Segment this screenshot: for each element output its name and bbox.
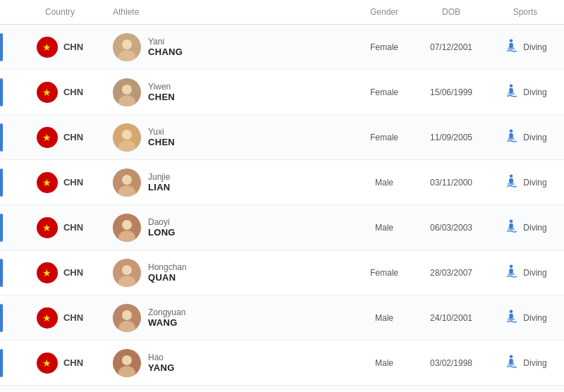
- row-indicator: [0, 349, 3, 377]
- country-cell: ★ CHN: [7, 127, 113, 148]
- country-cell: ★ CHN: [7, 217, 113, 238]
- flag-icon: ★: [37, 127, 58, 148]
- row-indicator: [0, 169, 3, 197]
- table-row: ★ CHN Yani CHANG Female 07/12/2001: [0, 25, 564, 70]
- athlete-first-name: Zongyuan: [148, 307, 185, 317]
- flag-icon: ★: [37, 172, 58, 193]
- athlete-name-block: Yani CHANG: [148, 37, 183, 57]
- athlete-first-name: Daoyi: [148, 217, 176, 227]
- avatar: [113, 304, 141, 332]
- gender-cell: Male: [352, 223, 416, 233]
- country-cell: ★ CHN: [7, 307, 113, 329]
- dob-cell: 11/09/2005: [416, 133, 486, 142]
- svg-point-5: [122, 85, 132, 94]
- header-dob: DOB: [416, 7, 486, 17]
- svg-point-15: [510, 174, 513, 178]
- athlete-cell: Hongchan QUAN: [113, 259, 261, 287]
- athlete-first-name: Yuxi: [148, 127, 175, 137]
- athlete-cell: Yuxi CHEN: [113, 123, 261, 152]
- gender-cell: Male: [352, 358, 416, 368]
- athlete-last-name: CHEN: [148, 92, 175, 102]
- table-row: ★ CHN Zongyuan WANG Male 24/10/2001: [0, 295, 564, 341]
- country-cell: ★ CHN: [7, 37, 113, 58]
- gender-cell: Female: [352, 42, 416, 52]
- svg-point-3: [510, 39, 513, 42]
- athlete-name-block: Hao YANG: [148, 353, 175, 373]
- athlete-first-name: Junjie: [148, 172, 171, 182]
- athlete-name-block: Hongchan QUAN: [148, 262, 187, 283]
- header-country: Country: [7, 7, 113, 17]
- athlete-last-name: QUAN: [148, 272, 187, 283]
- dob-cell: 24/10/2001: [416, 313, 486, 323]
- table-row: ★ CHN Jian YANG Male 10/06/1994: [0, 386, 564, 392]
- row-indicator: [0, 33, 3, 61]
- dob-cell: 15/06/1999: [416, 87, 486, 97]
- dob-cell: 28/03/2007: [416, 268, 486, 278]
- avatar: [113, 214, 141, 242]
- country-cell: ★ CHN: [7, 172, 113, 193]
- table-row: ★ CHN Daoyi LONG Male 06/03/2003: [0, 205, 564, 250]
- sports-cell: Diving: [486, 219, 564, 236]
- athlete-first-name: Hongchan: [148, 262, 187, 272]
- svg-point-17: [122, 220, 132, 230]
- flag-icon: ★: [37, 217, 58, 238]
- row-indicator: [0, 259, 3, 287]
- svg-point-9: [122, 130, 132, 140]
- diving-icon: [503, 264, 519, 281]
- country-code: CHN: [63, 222, 83, 233]
- dob-cell: 03/11/2000: [416, 178, 486, 188]
- athlete-first-name: Yani: [148, 37, 183, 47]
- diving-icon: [503, 38, 519, 56]
- flag-icon: ★: [37, 37, 58, 58]
- gender-cell: Male: [352, 178, 416, 188]
- athlete-name-block: Junjie LIAN: [148, 172, 171, 192]
- sport-label: Diving: [523, 133, 546, 142]
- country-code: CHN: [63, 132, 83, 142]
- athlete-cell: Yani CHANG: [113, 33, 261, 61]
- athlete-last-name: LIAN: [148, 182, 171, 192]
- country-code: CHN: [63, 42, 83, 52]
- country-code: CHN: [63, 267, 83, 278]
- country-code: CHN: [63, 177, 83, 188]
- country-code: CHN: [63, 312, 83, 323]
- athlete-cell: Yiwen CHEN: [113, 78, 261, 106]
- athlete-last-name: YANG: [148, 362, 175, 373]
- svg-point-25: [122, 310, 132, 320]
- country-code: CHN: [63, 87, 83, 97]
- sports-cell: Diving: [486, 83, 564, 101]
- avatar: [113, 123, 141, 152]
- svg-point-29: [122, 355, 132, 365]
- athlete-name-block: Yuxi CHEN: [148, 127, 175, 147]
- table-row: ★ CHN Hongchan QUAN Female 28/03/2007: [0, 250, 564, 295]
- sports-cell: Diving: [486, 264, 564, 281]
- sport-label: Diving: [523, 358, 546, 368]
- athlete-cell: Junjie LIAN: [113, 169, 261, 197]
- svg-point-11: [510, 129, 513, 133]
- svg-point-21: [122, 265, 132, 275]
- country-cell: ★ CHN: [7, 82, 113, 103]
- table-body: ★ CHN Yani CHANG Female 07/12/2001: [0, 25, 564, 392]
- dob-cell: 06/03/2003: [416, 223, 486, 233]
- sports-cell: Diving: [486, 128, 564, 146]
- gender-cell: Male: [352, 313, 416, 323]
- avatar: [113, 33, 141, 61]
- row-indicator: [0, 304, 3, 332]
- diving-icon: [503, 83, 519, 101]
- row-indicator: [0, 78, 3, 106]
- diving-icon: [503, 219, 519, 236]
- dob-cell: 03/02/1998: [416, 358, 486, 368]
- sports-cell: Diving: [486, 38, 564, 56]
- athlete-cell: Hao YANG: [113, 349, 261, 377]
- dob-cell: 07/12/2001: [416, 42, 486, 52]
- header-athlete: Athlete: [113, 7, 261, 17]
- athlete-name-block: Zongyuan WANG: [148, 307, 185, 328]
- athletes-table: Country Athlete Gender DOB Sports ★ CHN: [0, 0, 564, 392]
- gender-cell: Female: [352, 133, 416, 142]
- athlete-last-name: CHEN: [148, 137, 175, 147]
- avatar: [113, 78, 141, 106]
- diving-icon: [503, 309, 519, 326]
- athlete-first-name: Yiwen: [148, 82, 175, 92]
- svg-point-23: [510, 264, 513, 268]
- svg-point-7: [510, 84, 513, 87]
- country-cell: ★ CHN: [7, 262, 113, 283]
